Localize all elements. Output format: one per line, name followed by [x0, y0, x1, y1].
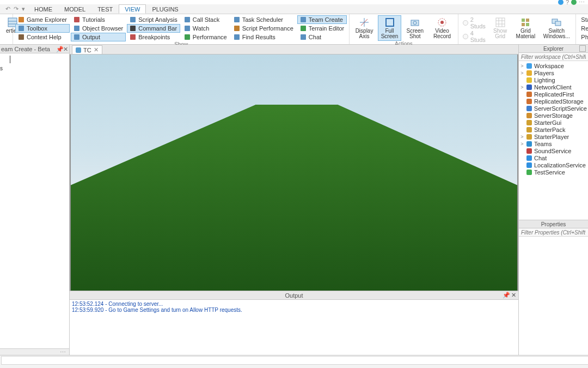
properties-body[interactable]	[519, 237, 588, 355]
output-button[interactable]: Output	[71, 33, 126, 41]
task-scheduler-button[interactable]: Task Scheduler	[231, 15, 296, 24]
svg-rect-49	[526, 99, 532, 104]
starterpack-icon	[526, 126, 532, 133]
studs-radio[interactable]	[463, 20, 468, 26]
help-dropdown-icon[interactable]: ?	[566, 0, 569, 5]
performance-button[interactable]: Performance	[181, 33, 230, 41]
call-stack-button[interactable]: Call Stack	[181, 15, 230, 24]
team-create-panel: eam Create - Beta 📌✕ s ⋯	[0, 45, 70, 355]
tab-close-icon[interactable]: ✕	[94, 46, 99, 53]
expand-arrow-icon[interactable]: >	[520, 70, 524, 76]
properties-filter-input[interactable]	[519, 228, 588, 236]
tree-node-networkclient[interactable]: >NetworkClient	[519, 83, 588, 91]
menu-tabs: HOMEMODELTESTVIEWPLUGINS	[28, 4, 185, 14]
tree-node-testservice[interactable]: TestService	[519, 168, 588, 176]
redo-icon[interactable]: ↷	[14, 5, 19, 13]
tree-node-workspace[interactable]: >Workspace	[519, 62, 588, 69]
explorer-filter-input[interactable]	[519, 53, 588, 61]
tutorials-button[interactable]: Tutorials	[71, 15, 126, 24]
object-browser-button[interactable]: Object Browser	[71, 24, 126, 33]
output-panel: Output 📌✕ 12:53:52.124 - Connecting to s…	[70, 291, 518, 355]
explorer-tree[interactable]: >Workspace>PlayersLighting>NetworkClient…	[519, 61, 588, 220]
team-create-header: eam Create - Beta 📌✕	[0, 45, 69, 53]
tree-node-lighting[interactable]: Lighting	[519, 76, 588, 83]
svg-rect-56	[526, 148, 532, 154]
command-bar-button[interactable]: Command Bar	[127, 24, 180, 33]
expand-arrow-icon[interactable]: >	[520, 85, 524, 90]
team-create-body[interactable]: s	[0, 53, 69, 348]
menu-tab-home[interactable]: HOME	[28, 4, 58, 14]
window-controls-icon[interactable]: ⋯	[579, 0, 585, 6]
full-screen-button[interactable]: Full Screen	[378, 15, 402, 41]
tree-node-label: Players	[534, 70, 554, 76]
studs-radio[interactable]	[463, 34, 468, 39]
svg-rect-44	[526, 63, 532, 69]
tree-node-teams[interactable]: >Teams	[519, 140, 588, 147]
output-close-icon[interactable]: ✕	[511, 292, 516, 299]
viewport-3d[interactable]	[71, 55, 517, 291]
expand-arrow-icon[interactable]: >	[520, 141, 524, 147]
screen-shot-button[interactable]: Screen Shot	[402, 15, 427, 41]
video-record-button[interactable]: Video Record	[428, 15, 455, 41]
expand-arrow-icon[interactable]: >	[520, 134, 524, 140]
menu-tab-test[interactable]: TEST	[91, 4, 119, 14]
watch-button[interactable]: Watch	[181, 24, 230, 33]
chat-button[interactable]: Chat	[297, 33, 347, 41]
studs-option[interactable]: 2 Studs	[463, 16, 486, 29]
document-tab[interactable]: TC ✕	[72, 45, 102, 54]
tree-node-replicatedstorage[interactable]: ReplicatedStorage	[519, 98, 588, 105]
tree-node-localizationservice[interactable]: LocalizationService	[519, 161, 588, 168]
undo-icon[interactable]: ↶	[5, 5, 10, 13]
networkclient-icon	[526, 84, 532, 91]
physics-button[interactable]: Physics	[578, 33, 588, 41]
tree-node-replicatedfirst[interactable]: ReplicatedFirst	[519, 91, 588, 98]
call-stack-label: Call Stack	[193, 16, 220, 23]
menu-tab-plugins[interactable]: PLUGINS	[146, 4, 184, 14]
toolbox-icon	[18, 25, 24, 32]
menu-tab-model[interactable]: MODEL	[58, 4, 91, 14]
tree-node-serverscriptservice[interactable]: ServerScriptService	[519, 105, 588, 112]
menu-tab-view[interactable]: VIEW	[119, 4, 146, 14]
script-analysis-button[interactable]: Script Analysis	[127, 15, 180, 24]
pin-icon[interactable]: 📌	[56, 46, 62, 52]
script-performance-button[interactable]: Script Performance	[231, 24, 296, 33]
qat-dropdown-icon[interactable]: ▾	[22, 5, 25, 13]
output-pin-icon[interactable]: 📌	[503, 292, 510, 299]
tree-node-label: SoundService	[534, 148, 572, 154]
terrain	[71, 102, 517, 291]
command-bar-input[interactable]	[1, 356, 588, 365]
tree-node-chat[interactable]: Chat	[519, 154, 588, 161]
display-axis-button[interactable]: Display Axis	[352, 15, 376, 41]
breakpoints-button[interactable]: Breakpoints	[127, 33, 180, 41]
context-help-button[interactable]: Context Help	[15, 33, 70, 41]
tree-node-starterplayer[interactable]: >StarterPlayer	[519, 133, 588, 140]
stats-button[interactable]: Stats	[578, 15, 588, 24]
video-record-label: Video Record	[432, 28, 451, 39]
toolbox-label: Toolbox	[27, 25, 47, 32]
toolbox-button[interactable]: Toolbox	[15, 24, 70, 33]
resize-grip-icon[interactable]: ⋯	[60, 349, 66, 355]
testservice-icon	[526, 169, 532, 176]
tree-node-serverstorage[interactable]: ServerStorage	[519, 112, 588, 119]
tree-node-soundservice[interactable]: SoundService	[519, 147, 588, 154]
studs-option[interactable]: 4 Studs	[463, 30, 486, 43]
script-performance-icon	[234, 25, 240, 32]
output-body[interactable]: 12:53:52.124 - Connecting to server...12…	[70, 300, 518, 355]
tree-node-startergui[interactable]: StarterGui	[519, 119, 588, 126]
object-browser-icon	[74, 25, 80, 32]
help-icon[interactable]	[558, 0, 564, 5]
render-button[interactable]: Render	[578, 24, 588, 33]
script-analysis-icon	[130, 16, 136, 23]
game-explorer-button[interactable]: Game Explorer	[15, 15, 70, 24]
expand-arrow-icon[interactable]: >	[520, 63, 524, 69]
tree-node-starterpack[interactable]: StarterPack	[519, 126, 588, 133]
team-create-button[interactable]: Team Create	[297, 15, 347, 24]
maximize-icon[interactable]	[579, 45, 586, 52]
tree-node-players[interactable]: >Players	[519, 69, 588, 76]
terrain-editor-button[interactable]: Terrain Editor	[297, 24, 347, 33]
svg-rect-58	[526, 162, 532, 168]
game-explorer-label: Game Explorer	[27, 16, 67, 23]
svg-rect-7	[74, 26, 79, 31]
close-icon[interactable]: ✕	[63, 46, 68, 52]
find-results-button[interactable]: Find Results	[231, 33, 296, 41]
